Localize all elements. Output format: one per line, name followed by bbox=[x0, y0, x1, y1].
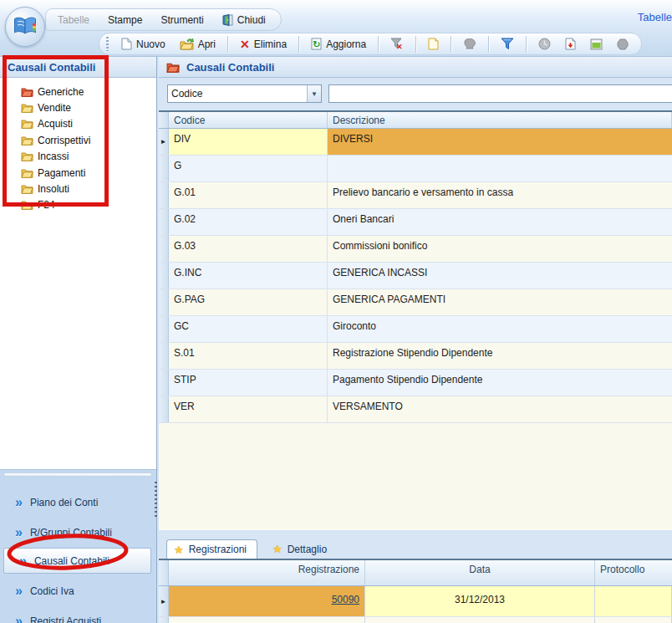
nav-codici-iva[interactable]: » Codici Iva bbox=[0, 578, 156, 605]
table-row-selected[interactable]: ► DIV DIVERSI bbox=[159, 129, 672, 156]
nav-piano-dei-conti[interactable]: » Piano dei Conti bbox=[0, 489, 156, 516]
nav-rgruppi-contabili[interactable]: » R/Gruppi Contabili bbox=[0, 519, 156, 546]
cell-descrizione[interactable]: DIVERSI bbox=[328, 129, 672, 155]
nav-registri-acquisti[interactable]: » Registri Acquisti bbox=[0, 608, 156, 623]
panel-splitter[interactable] bbox=[0, 469, 156, 481]
table-row[interactable]: G.PAG GENERICA PAGAMENTI bbox=[159, 289, 672, 316]
preview-button[interactable] bbox=[586, 37, 607, 52]
vertical-splitter[interactable] bbox=[155, 482, 157, 518]
cell-codice[interactable]: GC bbox=[169, 316, 328, 342]
cell-descrizione[interactable]: Registrazione Stipendio Dipendente bbox=[328, 343, 672, 369]
red-x-icon: ✕ bbox=[240, 39, 250, 49]
cell-descrizione[interactable]: GENERICA INCASSI bbox=[328, 263, 672, 289]
tree-item-vendite[interactable]: Vendite bbox=[21, 100, 156, 115]
filter-button[interactable] bbox=[496, 36, 518, 52]
tree-item-pagamenti[interactable]: Pagamenti bbox=[21, 165, 156, 181]
column-header-registrazione[interactable]: Registrazione bbox=[169, 560, 365, 585]
cell-protocollo[interactable] bbox=[595, 617, 672, 623]
row-indicator: ► bbox=[159, 586, 169, 616]
chevron-right-icon: » bbox=[15, 529, 23, 537]
cell-codice[interactable]: G.01 bbox=[169, 182, 328, 208]
table-row[interactable]: STIP Pagamento Stipendio Dipendente bbox=[159, 370, 672, 396]
table-row[interactable]: 50089 31/12/2013 bbox=[159, 617, 672, 623]
sidebar-header: Causali Contabili bbox=[0, 57, 156, 78]
header-gutter bbox=[159, 560, 169, 585]
shape-button[interactable] bbox=[613, 37, 633, 52]
cell-protocollo[interactable] bbox=[595, 586, 672, 616]
tree-item-generiche[interactable]: Generiche bbox=[21, 84, 156, 100]
table-row[interactable]: GC Giroconto bbox=[159, 316, 672, 343]
column-header-protocollo[interactable]: Protocollo bbox=[595, 560, 672, 585]
tree-item-f24[interactable]: F24 bbox=[21, 197, 156, 213]
stamp-icon bbox=[463, 38, 476, 49]
table-row[interactable]: G.03 Commissioni bonifico bbox=[159, 236, 672, 263]
cell-codice[interactable]: G.PAG bbox=[169, 289, 328, 315]
table-row[interactable]: G.02 Oneri Bancari bbox=[159, 209, 672, 236]
sidebar: Causali Contabili Generiche Vendite bbox=[0, 57, 157, 623]
cell-codice[interactable]: VER bbox=[169, 396, 328, 422]
cell-descrizione[interactable] bbox=[328, 156, 672, 181]
cell-data[interactable]: 31/12/2013 bbox=[365, 617, 595, 623]
cell-codice[interactable]: DIV bbox=[169, 129, 328, 155]
search-input[interactable] bbox=[328, 84, 672, 103]
menu-chiudi[interactable]: Chiudi bbox=[222, 14, 266, 26]
blank-document-button[interactable] bbox=[424, 36, 443, 52]
table-row[interactable]: G.INC GENERICA INCASSI bbox=[159, 263, 672, 289]
registrazione-link[interactable]: 50090 bbox=[332, 594, 359, 605]
table-row[interactable]: G.01 Prelievo bancario e versamento in c… bbox=[159, 182, 672, 209]
app-menu-button[interactable] bbox=[5, 7, 45, 47]
cell-codice[interactable]: S.01 bbox=[169, 343, 328, 369]
column-header-codice[interactable]: Codice bbox=[169, 112, 328, 128]
table-row-selected[interactable]: ► 50090 31/12/2013 bbox=[159, 586, 672, 617]
new-page-icon bbox=[121, 38, 132, 50]
chevron-down-icon[interactable]: ▼ bbox=[307, 85, 321, 102]
menu-label: Stampe bbox=[108, 14, 142, 26]
cell-data[interactable]: 31/12/2013 bbox=[365, 586, 595, 616]
field-selector-combo[interactable]: Codice ▼ bbox=[167, 84, 322, 103]
cell-descrizione[interactable]: Pagamento Stipendio Dipendente bbox=[328, 370, 672, 396]
clock-button[interactable] bbox=[534, 36, 555, 52]
export-document-button[interactable] bbox=[561, 36, 580, 52]
stamp-button[interactable] bbox=[459, 37, 481, 51]
cell-codice[interactable]: G.02 bbox=[169, 209, 328, 235]
folder-icon bbox=[21, 184, 33, 194]
menu-stampe[interactable]: Stampe bbox=[108, 14, 142, 26]
toolbar-grip[interactable] bbox=[106, 37, 109, 51]
tab-dettaglio[interactable]: ★ Dettaglio bbox=[266, 539, 337, 559]
chevron-right-icon: » bbox=[19, 557, 27, 565]
tree-item-corrispettivi[interactable]: Corrispettivi bbox=[21, 132, 156, 148]
column-header-descrizione[interactable]: Descrizione bbox=[328, 112, 672, 128]
star-icon: ★ bbox=[174, 544, 184, 556]
nuovo-button[interactable]: Nuovo bbox=[117, 36, 170, 52]
tab-registrazioni[interactable]: ★ Registrazioni bbox=[166, 539, 257, 559]
cell-codice[interactable]: G.03 bbox=[169, 236, 328, 262]
aggiorna-button[interactable]: ↻ Aggiorna bbox=[307, 36, 370, 52]
tree-item-insoluti[interactable]: Insoluti bbox=[21, 181, 156, 197]
tree-item-acquisti[interactable]: Acquisti bbox=[21, 116, 156, 132]
menu-tabelle[interactable]: Tabelle bbox=[58, 14, 89, 26]
splitter-handle[interactable] bbox=[3, 472, 152, 477]
clear-filter-button[interactable]: ✕ bbox=[386, 36, 408, 52]
menu-strumenti[interactable]: Strumenti bbox=[160, 14, 203, 26]
table-row[interactable]: S.01 Registrazione Stipendio Dipendente bbox=[159, 343, 672, 370]
table-row[interactable]: G bbox=[159, 156, 672, 182]
nav-causali-contabili[interactable]: » Causali Contabili bbox=[3, 548, 151, 574]
cell-descrizione[interactable]: Prelievo bancario e versamento in cassa bbox=[328, 182, 672, 208]
cell-registrazione: 50090 bbox=[169, 586, 365, 616]
preview-icon bbox=[590, 38, 603, 50]
apri-button[interactable]: Apri bbox=[176, 36, 220, 52]
cell-descrizione[interactable]: VERSAMENTO bbox=[328, 396, 672, 422]
cell-codice[interactable]: STIP bbox=[169, 370, 328, 396]
tree-label: Corrispettivi bbox=[38, 135, 90, 146]
cell-descrizione[interactable]: Commissioni bonifico bbox=[328, 236, 672, 262]
elimina-button[interactable]: ✕ Elimina bbox=[236, 37, 291, 52]
column-header-data[interactable]: Data bbox=[365, 560, 595, 585]
cell-descrizione[interactable]: Oneri Bancari bbox=[328, 209, 672, 235]
cell-codice[interactable]: G bbox=[169, 156, 328, 181]
table-row[interactable]: VER VERSAMENTO bbox=[159, 396, 672, 423]
cell-descrizione[interactable]: GENERICA PAGAMENTI bbox=[328, 289, 672, 315]
cell-codice[interactable]: G.INC bbox=[169, 263, 328, 289]
cell-descrizione[interactable]: Giroconto bbox=[328, 316, 672, 342]
bottom-tabs: ★ Registrazioni ★ Dettaglio bbox=[159, 539, 672, 559]
tree-item-incassi[interactable]: Incassi bbox=[21, 149, 156, 165]
